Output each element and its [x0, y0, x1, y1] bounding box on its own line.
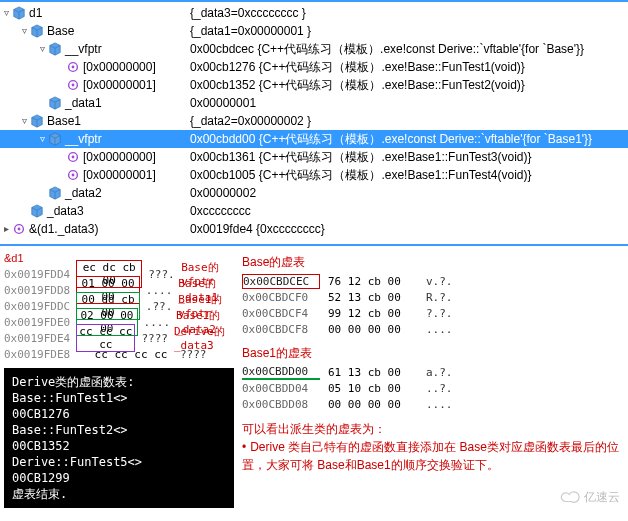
mem-row: 0x0019FDE4cc cc cc cc????Derive的_data3 [4, 330, 234, 346]
tree-row[interactable]: _data20x00000002 [0, 184, 628, 202]
node-name: [0x00000001] [83, 76, 156, 94]
console-line: Derive::FunTest5<> [12, 454, 226, 470]
console-line: Base::FunTest1<> [12, 390, 226, 406]
vtable-addr: 0x00CBDD04 [242, 382, 320, 395]
vtable-bytes: 61 13 cb 00 [328, 366, 418, 379]
tree-row[interactable]: _data30xcccccccc [0, 202, 628, 220]
vtable1-dump: 0x00CBDCEC76 12 cb 00v.?.0x00CBDCF052 13… [242, 273, 624, 337]
pointer-icon [66, 168, 80, 182]
vtable-row: 0x00CBDCF800 00 00 00.... [242, 321, 624, 337]
tree-row[interactable]: [0x00000000]0x00cb1361 {C++代码练习（模板）.exe!… [0, 148, 628, 166]
vtable-ascii: ..?. [426, 382, 453, 395]
vtable-ascii: .... [426, 398, 453, 411]
struct-icon [30, 204, 44, 218]
console-line: 虚表结束. [12, 486, 226, 502]
console-line: 00CB1299 [12, 470, 226, 486]
node-value: 0x00cbdcec {C++代码练习（模板）.exe!const Derive… [190, 40, 628, 58]
vtable-addr: 0x00CBDCF0 [242, 291, 320, 304]
node-value: {_data1=0x00000001 } [190, 22, 628, 40]
tree-row[interactable]: [0x00000001]0x00cb1005 {C++代码练习（模板）.exe!… [0, 166, 628, 184]
vtable-ascii: R.?. [426, 291, 453, 304]
tree-row[interactable]: [0x00000001]0x00cb1352 {C++代码练习（模板）.exe!… [0, 76, 628, 94]
mem-bytes: cc cc cc cc [88, 348, 174, 361]
struct-icon [30, 114, 44, 128]
vtable-addr: 0x00CBDD08 [242, 398, 320, 411]
pointer-icon [66, 60, 80, 74]
expand-arrow-icon[interactable]: ▿ [0, 4, 12, 22]
struct-icon [48, 132, 62, 146]
vtable-row: 0x00CBDCF499 12 cb 00?.?. [242, 305, 624, 321]
vtable1-title: Base的虚表 [242, 254, 624, 271]
node-name: _data1 [65, 94, 102, 112]
mem-ascii: .??. [146, 300, 173, 313]
vtable-bytes: 52 13 cb 00 [328, 291, 418, 304]
console-line: Derive类的虚函数表: [12, 374, 226, 390]
vtable-bytes: 00 00 00 00 [328, 323, 418, 336]
struct-icon [48, 96, 62, 110]
node-name: [0x00000000] [83, 148, 156, 166]
memory-dump: 0x0019FDD4ec dc cb 00???.Base的vfptr0x001… [4, 266, 234, 362]
note-text: Derive 类自己特有的虚函数直接添加在 Base类对应虚函数表最后的位置，大… [242, 440, 619, 472]
expand-arrow-icon[interactable]: ▸ [0, 220, 12, 238]
node-value: {_data3=0xcccccccc } [190, 4, 628, 22]
node-name: Base [47, 22, 74, 40]
node-name: d1 [29, 4, 42, 22]
bottom-panels: &d1 0x0019FDD4ec dc cb 00???.Base的vfptr0… [0, 246, 628, 512]
mem-addr: 0x0019FDE0 [4, 316, 70, 329]
expand-arrow-icon[interactable]: ▿ [36, 130, 48, 148]
mem-addr: 0x0019FDE4 [4, 332, 70, 345]
svg-point-9 [18, 228, 21, 231]
tree-row[interactable]: ▿Base1{_data2=0x00000002 } [0, 112, 628, 130]
notes: 可以看出派生类的虚表为： •Derive 类自己特有的虚函数直接添加在 Base… [242, 420, 624, 474]
struct-icon [48, 42, 62, 56]
bullet-icon: • [242, 440, 246, 454]
tree-row[interactable]: [0x00000000]0x00cb1276 {C++代码练习（模板）.exe!… [0, 58, 628, 76]
svg-point-1 [72, 66, 75, 69]
svg-point-7 [72, 174, 75, 177]
vtable-addr: 0x00CBDCF8 [242, 323, 320, 336]
watermark: 亿速云 [560, 489, 620, 506]
mem-addr: 0x0019FDE8 [4, 348, 82, 361]
vtable-ascii: ?.?. [426, 307, 453, 320]
tree-row[interactable]: ▿Base{_data1=0x00000001 } [0, 22, 628, 40]
vtable-bytes: 99 12 cb 00 [328, 307, 418, 320]
node-value: 0x00cb1276 {C++代码练习（模板）.exe!Base::FunTes… [190, 58, 628, 76]
vtable-row: 0x00CBDCEC76 12 cb 00v.?. [242, 273, 624, 289]
vtable-addr: 0x00CBDCEC [242, 274, 320, 289]
node-value: {_data2=0x00000002 } [190, 112, 628, 130]
expand-arrow-icon[interactable]: ▿ [18, 22, 30, 40]
tree-row[interactable]: _data10x00000001 [0, 94, 628, 112]
pointer-icon [66, 78, 80, 92]
vtable-addr: 0x00CBDCF4 [242, 307, 320, 320]
node-name: _data3 [47, 202, 84, 220]
mem-addr: 0x0019FDD4 [4, 268, 70, 281]
tree-row[interactable]: ▿__vfptr0x00cbdcec {C++代码练习（模板）.exe!cons… [0, 40, 628, 58]
console-line: 00CB1276 [12, 406, 226, 422]
vtable-row: 0x00CBDD0800 00 00 00.... [242, 396, 624, 412]
mem-ascii: ???. [148, 268, 175, 281]
mem-ascii: .... [146, 284, 173, 297]
vtable2-dump: 0x00CBDD0061 13 cb 00a.?.0x00CBDD0405 10… [242, 364, 624, 412]
mem-ascii: ???? [141, 332, 168, 345]
vtable-bytes: 76 12 cb 00 [328, 275, 418, 288]
node-value: 0x0019fde4 {0xcccccccc} [190, 220, 628, 238]
pointer-icon [12, 222, 26, 236]
pointer-icon [66, 150, 80, 164]
struct-icon [12, 6, 26, 20]
tree-row[interactable]: ▸&(d1._data3)0x0019fde4 {0xcccccccc} [0, 220, 628, 238]
mem-ascii: .... [144, 316, 171, 329]
tree-row[interactable]: ▿__vfptr0x00cbdd00 {C++代码练习（模板）.exe!cons… [0, 130, 628, 148]
console-line: 00CB1352 [12, 438, 226, 454]
vtable-addr: 0x00CBDD00 [242, 365, 320, 380]
debugger-tree: ▿d1{_data3=0xcccccccc }▿Base{_data1=0x00… [0, 0, 628, 244]
expand-arrow-icon[interactable]: ▿ [36, 40, 48, 58]
vtable-bytes: 05 10 cb 00 [328, 382, 418, 395]
console-output: Derive类的虚函数表:Base::FunTest1<>00CB1276Bas… [4, 368, 234, 508]
vtable2-title: Base1的虚表 [242, 345, 624, 362]
expand-arrow-icon[interactable]: ▿ [18, 112, 30, 130]
notes-title: 可以看出派生类的虚表为： [242, 420, 620, 438]
struct-icon [30, 24, 44, 38]
svg-point-3 [72, 84, 75, 87]
tree-row[interactable]: ▿d1{_data3=0xcccccccc } [0, 4, 628, 22]
note-line: •Derive 类自己特有的虚函数直接添加在 Base类对应虚函数表最后的位置，… [242, 438, 620, 474]
